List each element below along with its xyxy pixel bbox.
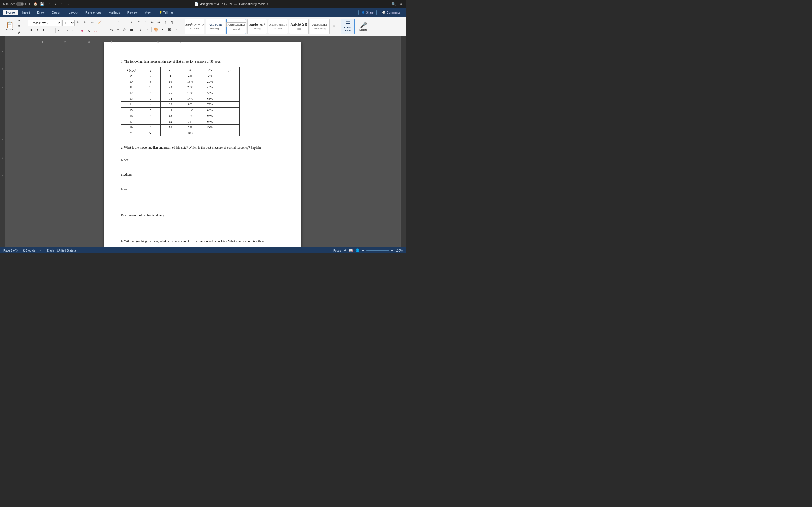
share-button[interactable]: 👤 Share bbox=[358, 10, 377, 15]
shading-button[interactable]: 🎨 bbox=[153, 27, 159, 33]
numbering-dropdown[interactable]: ▾ bbox=[129, 19, 135, 24]
bullets-button[interactable]: ☰ bbox=[108, 19, 114, 25]
zoom-in-button[interactable]: + bbox=[391, 248, 393, 252]
paste-label: Paste bbox=[6, 28, 13, 31]
font-name-select[interactable]: Times New... bbox=[28, 20, 61, 26]
change-case-button[interactable]: Aa bbox=[90, 20, 96, 25]
format-painter-button[interactable]: 🖌 bbox=[16, 30, 22, 35]
increase-font-button[interactable]: A↑ bbox=[75, 20, 82, 25]
text-effects-button[interactable]: A bbox=[79, 28, 85, 33]
decrease-font-button[interactable]: A↓ bbox=[83, 20, 89, 25]
separator-3 bbox=[136, 27, 136, 32]
home-icon[interactable]: 🏠 bbox=[33, 2, 38, 6]
tab-draw[interactable]: Draw bbox=[34, 10, 48, 15]
tab-mailings[interactable]: Mailings bbox=[105, 10, 123, 15]
bullets-dropdown[interactable]: ▾ bbox=[115, 19, 121, 24]
tab-design[interactable]: Design bbox=[49, 10, 65, 15]
compat-dropdown[interactable]: ▾ bbox=[267, 3, 268, 5]
view-print-icon[interactable]: 🖨 bbox=[343, 248, 347, 252]
tab-tell-me[interactable]: 💡Tell me bbox=[155, 10, 176, 15]
font-row-1: Times New... 12 A↑ A↓ Aa 🧹 bbox=[28, 20, 103, 26]
numbering-button[interactable]: ☷ bbox=[122, 19, 128, 25]
show-formatting-button[interactable]: ¶ bbox=[169, 19, 175, 25]
style-normal[interactable]: AaBbCcDdEe Normal bbox=[226, 19, 246, 34]
comments-button[interactable]: 💬 Comments bbox=[379, 10, 403, 15]
undo-icon[interactable]: ↩ bbox=[47, 2, 51, 6]
line-spacing-dropdown[interactable]: ▾ bbox=[144, 27, 150, 32]
tab-layout[interactable]: Layout bbox=[65, 10, 82, 15]
table-row: 144368%72% bbox=[121, 102, 240, 107]
proofing-icon[interactable]: ✓ bbox=[40, 249, 42, 252]
col-header-fx: fx bbox=[220, 67, 240, 73]
undo-dropdown[interactable]: ▾ bbox=[53, 2, 58, 6]
settings-icon[interactable]: ⚙ bbox=[399, 2, 403, 6]
style-nospacing[interactable]: AaBbCcDdEe No Spacing bbox=[310, 19, 329, 34]
dictate-button[interactable]: 🎤 Dictate bbox=[356, 19, 370, 34]
align-left-button[interactable]: ⫷ bbox=[108, 27, 114, 33]
style-strong[interactable]: AaBbCcDd Strong bbox=[247, 19, 267, 34]
style-title[interactable]: AaBbCcD Title bbox=[289, 19, 309, 34]
tab-insert[interactable]: Insert bbox=[19, 10, 34, 15]
comments-icon: 💬 bbox=[382, 11, 386, 14]
decrease-indent-button[interactable]: ⇤ bbox=[149, 19, 155, 25]
superscript-button[interactable]: x² bbox=[70, 27, 77, 33]
spacer-2 bbox=[121, 152, 287, 158]
strikethrough-button[interactable]: ab bbox=[57, 27, 63, 33]
align-right-button[interactable]: ⫸ bbox=[122, 27, 128, 33]
more-options-icon[interactable]: ··· bbox=[67, 2, 71, 6]
copy-button[interactable]: ⧉ bbox=[16, 24, 22, 29]
title-bar-center: 📄 Assignment 4 Fall 2021 — Compatibility… bbox=[194, 2, 269, 6]
view-web-icon[interactable]: 🌐 bbox=[355, 248, 359, 252]
save-icon[interactable]: 💾 bbox=[40, 2, 44, 6]
autosave-toggle[interactable] bbox=[16, 2, 24, 6]
underline-button[interactable]: U bbox=[41, 27, 47, 33]
borders-dropdown[interactable]: ▾ bbox=[173, 27, 179, 32]
font-size-select[interactable]: 12 bbox=[62, 20, 75, 26]
underline-dropdown[interactable]: ▾ bbox=[48, 28, 54, 33]
mode-label: Mode: bbox=[121, 158, 287, 162]
increase-indent-button[interactable]: ⇥ bbox=[156, 19, 162, 25]
cut-button[interactable]: ✂ bbox=[16, 18, 22, 23]
question-1-text: 1. The following data represent the age … bbox=[121, 59, 287, 64]
styles-pane-icon: ☰ bbox=[345, 21, 350, 26]
style-heading1[interactable]: AaBbCcD Heading 1 bbox=[206, 19, 225, 34]
separator-2 bbox=[78, 28, 78, 33]
table-row: 11102020%40% bbox=[121, 84, 240, 90]
zoom-out-button[interactable]: − bbox=[362, 248, 364, 252]
styles-more-button[interactable]: ▾ bbox=[331, 24, 337, 29]
italic-button[interactable]: I bbox=[35, 27, 41, 33]
borders-button[interactable]: ⊞ bbox=[166, 27, 172, 33]
spacer-6 bbox=[121, 222, 287, 239]
styles-pane-button[interactable]: ☰ Styles Pane bbox=[341, 19, 355, 34]
paste-icon: 📋 bbox=[6, 22, 13, 28]
search-icon[interactable]: 🔍 bbox=[391, 2, 396, 6]
view-read-icon[interactable]: 📖 bbox=[349, 248, 353, 252]
autosave-badge: AutoSave OFF bbox=[3, 2, 31, 6]
focus-button[interactable]: Focus bbox=[333, 249, 341, 252]
spacer-4 bbox=[121, 181, 287, 187]
bold-button[interactable]: B bbox=[28, 27, 34, 33]
style-emphasis-label: Emphasis bbox=[190, 27, 199, 30]
redo-icon[interactable]: ↪ bbox=[60, 2, 64, 6]
sort-button[interactable]: ↕ bbox=[162, 19, 168, 25]
zoom-slider[interactable] bbox=[366, 250, 389, 251]
tab-view[interactable]: View bbox=[142, 10, 155, 15]
text-highlight-button[interactable]: A bbox=[86, 28, 92, 33]
multilevel-dropdown[interactable]: ▾ bbox=[142, 19, 148, 24]
paste-button[interactable]: 📋 Paste bbox=[4, 20, 15, 33]
tab-references[interactable]: References bbox=[82, 10, 105, 15]
shading-dropdown[interactable]: ▾ bbox=[160, 27, 166, 32]
tab-review[interactable]: Review bbox=[124, 10, 141, 15]
style-subtitle-preview: AaBbCcDdEe bbox=[269, 23, 287, 26]
font-color-button[interactable]: A bbox=[93, 28, 99, 33]
multilevel-button[interactable]: ≡ bbox=[135, 19, 142, 25]
style-subtitle[interactable]: AaBbCcDdEe Subtitle bbox=[268, 19, 288, 34]
clear-format-button[interactable]: 🧹 bbox=[97, 20, 103, 25]
tab-home[interactable]: Home bbox=[3, 10, 18, 15]
style-emphasis[interactable]: AaBbCcDdEe Emphasis bbox=[185, 19, 204, 34]
align-center-button[interactable]: ≡ bbox=[115, 27, 121, 33]
subscript-button[interactable]: x₂ bbox=[63, 27, 70, 33]
style-normal-preview: AaBbCcDdEe bbox=[226, 22, 246, 27]
justify-button[interactable]: ☰ bbox=[129, 27, 135, 33]
line-spacing-button[interactable]: ↕ bbox=[137, 27, 144, 33]
